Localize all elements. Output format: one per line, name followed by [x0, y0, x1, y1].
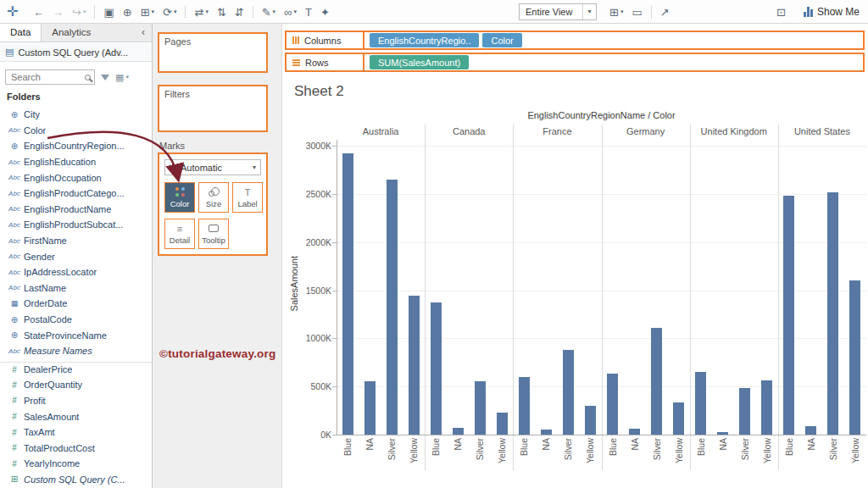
sort-ascending-icon[interactable]: ⇅	[214, 3, 230, 21]
field-item[interactable]: ▦OrderDate	[0, 296, 152, 312]
rows-shelf[interactable]: Rows SUM(SalesAmount)	[285, 53, 865, 72]
bar[interactable]	[783, 196, 794, 435]
tooltip-shape	[209, 225, 219, 232]
marks-buttons-row1: ColorSizeTLabel	[164, 182, 263, 213]
share-icon[interactable]: ↗	[657, 3, 673, 21]
field-pill[interactable]: SUM(SalesAmount)	[370, 55, 469, 69]
field-item[interactable]: AbcColor	[0, 123, 152, 139]
bar[interactable]	[497, 413, 508, 435]
group-members-icon[interactable]: ∞▾	[281, 3, 300, 21]
fix-axes-icon[interactable]: ✦	[317, 3, 333, 21]
search-box[interactable]	[5, 69, 95, 85]
show-me-button[interactable]: Show Me	[804, 6, 860, 18]
tab-data[interactable]: Data	[0, 24, 42, 42]
field-item[interactable]: ⊕StateProvinceName	[0, 327, 152, 343]
filters-shelf[interactable]: Filters	[158, 85, 268, 132]
chevron-down-icon: ▾	[253, 164, 256, 171]
field-pill[interactable]: Color	[482, 33, 521, 47]
bar[interactable]	[695, 372, 706, 435]
bar[interactable]	[607, 374, 618, 435]
bar[interactable]	[805, 426, 816, 435]
bar[interactable]	[519, 377, 530, 435]
mark-type-icon	[170, 164, 176, 171]
columns-shelf[interactable]: Columns EnglishCountryRegio..Color	[285, 30, 865, 50]
sort-descending-icon[interactable]: ⇵	[231, 3, 248, 21]
field-item[interactable]: ⊕EnglishCountryRegion...	[0, 138, 152, 154]
hash-icon: #	[5, 443, 24, 452]
field-label: TaxAmt	[24, 427, 55, 437]
marks-detail-button[interactable]: ≡Detail	[164, 219, 195, 249]
bar[interactable]	[387, 180, 398, 435]
x-axis-label: NA	[629, 438, 641, 451]
marks-color-button[interactable]: Color	[164, 182, 195, 213]
highlight-icon[interactable]: ✎▾	[259, 3, 279, 21]
bar[interactable]	[651, 328, 662, 435]
marks-tooltip-button[interactable]: Tooltip	[198, 219, 229, 249]
bar[interactable]	[475, 381, 486, 435]
field-item[interactable]: AbcMeasure Names	[0, 343, 152, 359]
pages-shelf[interactable]: Pages	[158, 32, 268, 73]
swap-rows-columns-icon[interactable]: ⇄▾	[191, 3, 211, 21]
field-item[interactable]: AbcEnglishProductSubcat...	[0, 217, 152, 233]
country-header-label: Canada	[425, 125, 513, 138]
redo-icon[interactable]: →	[49, 3, 67, 21]
view-options-icon[interactable]: ▦▾	[115, 72, 129, 83]
datasource-item[interactable]: ▤ Custom SQL Query (Adv...	[0, 43, 152, 62]
y-tick-label: 1500K	[298, 286, 331, 296]
bar[interactable]	[629, 429, 640, 435]
field-item[interactable]: #YearlyIncome	[0, 456, 152, 472]
field-item[interactable]: #TotalProductCost	[0, 440, 152, 456]
bar[interactable]	[431, 302, 442, 435]
bar[interactable]	[827, 192, 838, 435]
hash-icon: #	[5, 428, 24, 437]
field-pill[interactable]: EnglishCountryRegio..	[370, 33, 479, 47]
field-item[interactable]: #SalesAmount	[0, 408, 152, 424]
field-item[interactable]: ⊞Custom SQL Query (C...	[0, 472, 152, 488]
bar[interactable]	[563, 350, 574, 435]
filters-label: Filters	[159, 86, 266, 102]
filter-icon[interactable]	[101, 75, 109, 80]
column-separator	[690, 125, 691, 470]
bar[interactable]	[739, 388, 750, 435]
field-item[interactable]: ⊕City	[0, 107, 152, 123]
x-axis-label: Yellow	[584, 438, 596, 463]
collapse-pane-icon[interactable]: ‹	[135, 24, 152, 42]
search-input[interactable]	[9, 71, 85, 83]
field-item[interactable]: AbcEnglishOccupation	[0, 169, 152, 186]
bar[interactable]	[453, 428, 464, 435]
bar[interactable]	[409, 296, 420, 435]
tab-analytics[interactable]: Analytics	[42, 24, 101, 42]
mark-type-dropdown[interactable]: Automatic ▾	[164, 159, 261, 175]
field-item[interactable]: AbcGender	[0, 248, 152, 264]
undo-icon[interactable]: ←	[30, 3, 47, 21]
new-worksheet-icon[interactable]: ⊞▾	[137, 3, 158, 21]
bar[interactable]	[673, 402, 684, 435]
refresh-icon[interactable]: ⟳▾	[159, 3, 180, 21]
bar[interactable]	[342, 153, 353, 435]
field-item[interactable]: AbcLastName	[0, 280, 152, 297]
field-item[interactable]: #Profit	[0, 393, 152, 409]
marks-size-button[interactable]: Size	[198, 182, 229, 213]
field-item[interactable]: ⊕PostalCode	[0, 312, 152, 328]
marks-label-button[interactable]: TLabel	[232, 182, 263, 213]
field-item[interactable]: AbcEnglishProductName	[0, 202, 152, 218]
field-item[interactable]: #DealerPrice	[0, 362, 152, 378]
field-item[interactable]: #TaxAmt	[0, 424, 152, 441]
bar[interactable]	[364, 381, 376, 435]
fit-view-dropdown[interactable]: Entire View ▾	[519, 3, 597, 20]
save-icon[interactable]: ▣	[100, 3, 117, 21]
field-item[interactable]: AbcEnglishEducation	[0, 154, 152, 170]
field-item[interactable]: AbcFirstName	[0, 233, 152, 249]
field-item[interactable]: AbcIpAddressLocator	[0, 264, 152, 280]
show-mark-labels-icon[interactable]: T	[302, 3, 315, 21]
field-item[interactable]: #OrderQuantity	[0, 377, 152, 393]
new-datasource-icon[interactable]: ⊕	[120, 3, 136, 21]
cells-icon[interactable]: ⊞▾	[606, 3, 626, 21]
presentation-mode-icon[interactable]: ▭	[628, 3, 645, 21]
replay-icon[interactable]: ↪▾	[69, 3, 89, 21]
bar[interactable]	[849, 280, 860, 435]
field-item[interactable]: AbcEnglishProductCatego...	[0, 186, 152, 202]
bar[interactable]	[585, 406, 596, 435]
window-icon[interactable]: ⊡	[773, 3, 789, 21]
bar[interactable]	[761, 380, 772, 435]
